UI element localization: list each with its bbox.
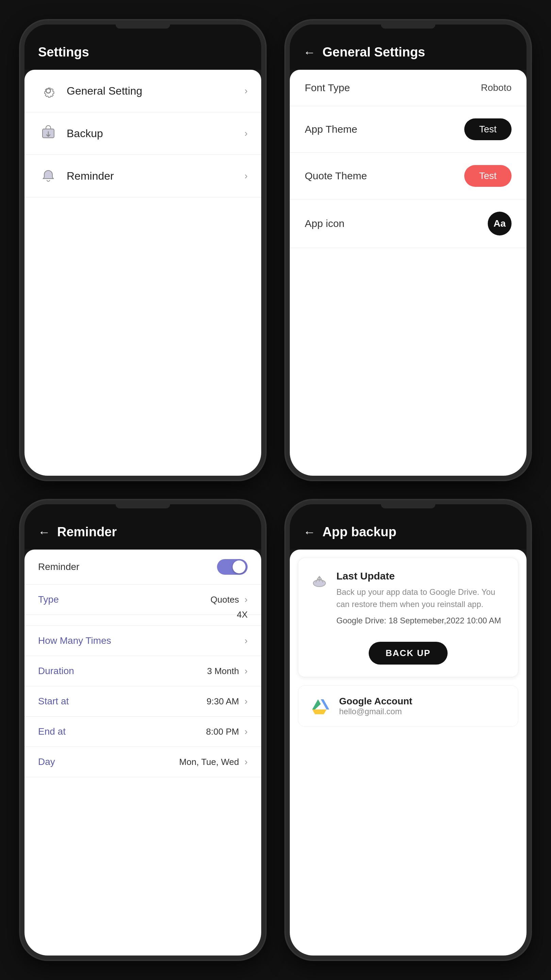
duration-value: 3 Month <box>207 666 239 676</box>
last-update-desc: Back up your app data to Google Drive. Y… <box>337 586 506 611</box>
volume-down-button[interactable] <box>286 627 287 654</box>
general-settings-header: ← General Settings <box>290 24 527 70</box>
chevron-right-icon: › <box>245 756 248 767</box>
duration-value-group: 3 Month › <box>207 666 248 676</box>
back-button[interactable]: ← <box>38 525 50 539</box>
chevron-right-icon: › <box>245 594 248 605</box>
chevron-right-icon: › <box>245 635 248 646</box>
chevron-right-icon: › <box>245 170 248 181</box>
volume-up-button[interactable] <box>21 586 22 620</box>
app-theme-label: App Theme <box>305 124 357 135</box>
svg-marker-3 <box>312 699 321 710</box>
reminder-item[interactable]: Reminder › <box>24 155 261 197</box>
app-icon-badge[interactable]: Aa <box>488 212 511 235</box>
reminder-toggle-label: Reminder <box>38 562 217 572</box>
day-value-group: Mon, Tue, Wed › <box>179 756 248 767</box>
last-update-card: Last Update Back up your app data to Goo… <box>298 558 518 677</box>
reminder-toggle[interactable] <box>217 559 248 575</box>
volume-down-button[interactable] <box>21 627 22 654</box>
settings-header: Settings <box>24 24 261 70</box>
settings-body: General Setting › Backup › Reminder <box>24 70 261 476</box>
start-at-row[interactable]: Start at 9:30 AM › <box>24 686 261 717</box>
backup-screen: ← App backup Last Update Back up your ap… <box>286 500 530 959</box>
volume-down-button[interactable] <box>21 147 22 174</box>
backup-button[interactable]: BACK UP <box>369 642 448 665</box>
app-theme-badge[interactable]: Test <box>464 118 511 140</box>
back-button[interactable]: ← <box>303 45 316 60</box>
volume-down-button[interactable] <box>286 147 287 174</box>
reminder-body: Reminder Type Quotes › 4X How Many Times… <box>24 550 261 956</box>
last-update-text-group: Last Update Back up your app data to Goo… <box>337 570 506 635</box>
google-account-label: Google Account <box>339 696 412 707</box>
backup-body: Last Update Back up your app data to Goo… <box>290 550 527 956</box>
general-setting-item[interactable]: General Setting › <box>24 70 261 112</box>
volume-up-button[interactable] <box>21 106 22 140</box>
volume-up-button[interactable] <box>286 586 287 620</box>
reminder-screen: ← Reminder Reminder Type Quotes › 4X How… <box>21 500 265 959</box>
app-theme-row[interactable]: App Theme Test <box>290 106 527 153</box>
quote-theme-label: Quote Theme <box>305 170 367 182</box>
duration-row[interactable]: Duration 3 Month › <box>24 656 261 686</box>
font-type-value: Roboto <box>481 82 511 93</box>
chevron-right-icon: › <box>245 86 248 96</box>
settings-title: Settings <box>38 45 89 60</box>
day-label: Day <box>38 756 179 767</box>
duration-label: Duration <box>38 666 207 676</box>
quote-theme-row[interactable]: Quote Theme Test <box>290 153 527 199</box>
type-value-group: Quotes › <box>211 594 248 605</box>
google-drive-icon <box>311 696 331 716</box>
settings-screen: Settings General Setting › Backup <box>21 21 265 480</box>
chevron-right-icon: › <box>245 666 248 676</box>
general-settings-body: Font Type Roboto App Theme Test Quote Th… <box>290 70 527 476</box>
backup-title: App backup <box>322 525 396 539</box>
end-at-row[interactable]: End at 8:00 PM › <box>24 717 261 747</box>
backup-header: ← App backup <box>290 504 527 550</box>
google-account-row[interactable]: Google Account hello@gmail.com <box>298 685 518 727</box>
day-value: Mon, Tue, Wed <box>179 757 239 767</box>
toggle-knob <box>233 560 246 573</box>
end-at-label: End at <box>38 726 206 737</box>
type-value2: 4X <box>237 609 248 620</box>
quote-theme-badge[interactable]: Test <box>464 165 511 187</box>
reminder-label: Reminder <box>67 170 245 182</box>
start-at-label: Start at <box>38 696 206 707</box>
backup-drive-date: Google Drive: 18 Septemeber,2022 10:00 A… <box>337 616 506 625</box>
how-many-times-label: How Many Times <box>38 635 245 646</box>
google-account-email: hello@gmail.com <box>339 707 412 716</box>
app-icon-label: App icon <box>305 218 345 229</box>
type-value1: Quotes <box>211 595 239 605</box>
general-settings-title: General Settings <box>322 45 425 60</box>
general-setting-label: General Setting <box>67 85 245 97</box>
volume-up-button[interactable] <box>286 106 287 140</box>
backup-label: Backup <box>67 127 245 140</box>
chevron-right-icon: › <box>245 696 248 707</box>
last-update-title: Last Update <box>337 570 506 582</box>
gear-icon <box>38 81 59 101</box>
back-button[interactable]: ← <box>303 525 316 539</box>
type-label: Type <box>38 594 211 605</box>
day-row[interactable]: Day Mon, Tue, Wed › <box>24 747 261 777</box>
reminder-header: ← Reminder <box>24 504 261 550</box>
start-at-value: 9:30 AM <box>206 696 239 707</box>
svg-marker-4 <box>312 710 327 714</box>
backup-icon <box>38 123 59 143</box>
reminder-toggle-row[interactable]: Reminder <box>24 550 261 585</box>
chevron-right-icon: › <box>245 726 248 737</box>
reminder-title: Reminder <box>57 525 117 539</box>
google-account-info: Google Account hello@gmail.com <box>339 696 412 716</box>
backup-item[interactable]: Backup › <box>24 112 261 155</box>
app-icon-row[interactable]: App icon Aa <box>290 199 527 248</box>
general-settings-screen: ← General Settings Font Type Roboto App … <box>286 21 530 480</box>
font-type-row[interactable]: Font Type Roboto <box>290 70 527 106</box>
chevron-right-icon: › <box>245 128 248 139</box>
end-at-value-group: 8:00 PM › <box>206 726 248 737</box>
cloud-upload-icon <box>311 572 328 589</box>
font-type-label: Font Type <box>305 82 350 94</box>
start-at-value-group: 9:30 AM › <box>206 696 248 707</box>
end-at-value: 8:00 PM <box>206 727 239 737</box>
how-many-times-row[interactable]: How Many Times › <box>24 626 261 656</box>
bell-icon <box>38 166 59 186</box>
